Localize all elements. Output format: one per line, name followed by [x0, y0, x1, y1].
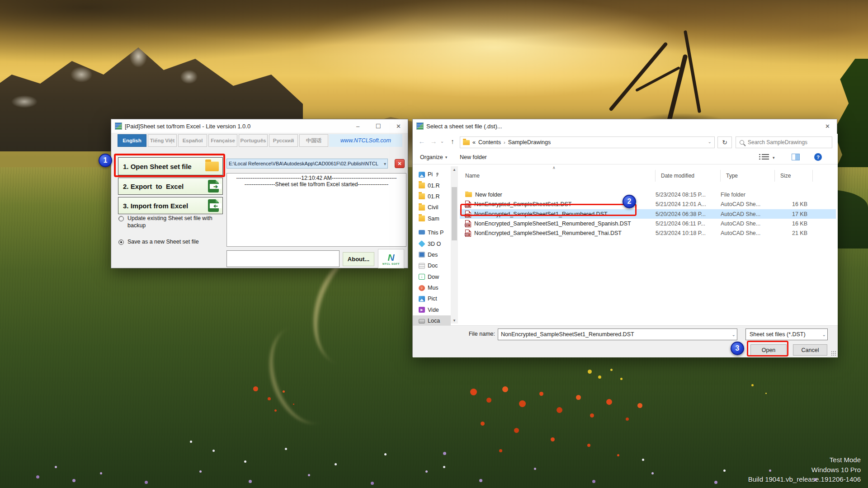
sidebar-item-folder[interactable]: Civil — [413, 202, 451, 213]
column-header-name[interactable]: Name — [460, 170, 656, 182]
pictures-icon — [419, 172, 425, 178]
breadcrumb-contents[interactable]: Contents — [478, 139, 501, 145]
sidebar-scrollbar[interactable]: ▲ ▼ — [451, 166, 458, 324]
file-type-combobox[interactable]: Sheet set files (*.DST) ⌄ — [745, 328, 828, 340]
file-size: 16 KB — [775, 201, 807, 207]
sidebar-item-label: Civil — [428, 204, 439, 211]
maximize-button[interactable]: ☐ — [368, 119, 388, 133]
column-header-size[interactable]: Size — [775, 170, 813, 182]
breadcrumb-prefix: « — [472, 139, 476, 145]
language-button-spanish[interactable]: Español — [178, 134, 207, 147]
open-button[interactable]: Open — [750, 344, 787, 356]
close-button[interactable]: ✕ — [388, 119, 409, 133]
scroll-up-icon[interactable]: ▲ — [451, 166, 458, 173]
message-textbox[interactable] — [226, 250, 340, 267]
history-chevron-icon[interactable]: ⌄ — [439, 136, 445, 146]
website-link[interactable]: www.NTCLSoft.com — [340, 137, 391, 144]
language-button-english[interactable]: English — [118, 134, 146, 147]
search-box[interactable] — [736, 136, 832, 148]
navigation-bar: ← → ⌄ ↑ « Contents › SampleDrawings ⌄ ↻ — [413, 134, 838, 150]
ntcl-soft-logo: N NTCL SOFT — [378, 249, 404, 268]
wallpaper-purple-flowers — [443, 452, 446, 455]
clear-path-button[interactable]: ✕ — [395, 159, 405, 168]
back-icon[interactable]: ← — [416, 136, 427, 146]
file-row-dst[interactable]: NonEncrypted_SampleSheetSet1_Renumbered_… — [460, 228, 836, 238]
forward-icon[interactable]: → — [428, 136, 439, 146]
sidebar-item-pictures[interactable]: Pict — [413, 293, 451, 304]
organize-menu[interactable]: Organize ▾ — [416, 150, 451, 164]
sidebar-item-this-pc[interactable]: This P — [413, 227, 451, 238]
annotation-step-1: 1 — [99, 154, 112, 167]
file-row-dst[interactable]: NonEncrypted_SampleSheetSet1_Renumbered_… — [460, 219, 836, 228]
about-button[interactable]: About... — [343, 252, 374, 266]
sidebar-item-label: This P — [428, 230, 443, 236]
sidebar-item-label: Des — [428, 252, 438, 258]
address-bar[interactable]: « Contents › SampleDrawings ⌄ — [460, 136, 715, 148]
dialog-titlebar[interactable]: Select a sheet set file (.dst)... — [413, 119, 837, 133]
file-row-dst[interactable]: NonEncrypted_SampleSheetSet1.DST 5/21/20… — [460, 199, 836, 209]
radio-update-existing[interactable]: Update existing Sheet set file with back… — [118, 215, 225, 229]
sidebar-item-local-disk[interactable]: Loca — [413, 315, 451, 326]
file-row-dst-selected[interactable]: NonEncrypted_SampleSheetSet1_Renumbered.… — [460, 209, 836, 219]
file-name-input[interactable] — [498, 331, 737, 338]
sidebar-item-pictures-pinned[interactable]: Pi — [413, 169, 451, 180]
resize-grip[interactable] — [831, 351, 836, 356]
arrow-right-icon — [210, 184, 222, 189]
logo-mark: N — [387, 253, 394, 262]
cancel-button[interactable]: Cancel — [793, 344, 827, 356]
arrow-left-icon — [210, 203, 222, 208]
sidebar-item-videos[interactable]: Vide — [413, 305, 451, 315]
file-name-combobox[interactable]: ⌄ — [498, 328, 737, 340]
open-sheet-set-button[interactable]: 1. Open Sheet set file — [118, 157, 223, 175]
minimize-button[interactable]: – — [348, 119, 368, 133]
scrollbar-thumb[interactable] — [452, 187, 457, 240]
views-chevron-icon[interactable]: ▾ — [773, 155, 775, 160]
import-from-excel-button[interactable]: 3. Import from Excel — [118, 197, 223, 214]
language-button-russian[interactable]: Русский — [269, 134, 298, 147]
website-area: www.NTCLSoft.com — [329, 134, 402, 147]
column-header-date[interactable]: Date modified — [656, 170, 721, 182]
sidebar-item-label: Vide — [428, 307, 439, 313]
sidebar-item-downloads[interactable]: Dow — [413, 272, 451, 282]
export-to-excel-button[interactable]: 2. Export to Excel — [118, 178, 223, 195]
sidebar-item-desktop[interactable]: Des — [413, 249, 451, 260]
language-button-french[interactable]: Française — [208, 134, 237, 147]
search-input[interactable] — [748, 139, 828, 145]
scroll-down-icon[interactable]: ▼ — [451, 317, 458, 324]
wallpaper-white-flowers — [190, 441, 192, 443]
file-row-new-folder[interactable]: New folder 5/23/2024 08:15 P... File fol… — [460, 190, 836, 199]
radio-save-new[interactable]: Save as a new Sheet set file — [118, 239, 225, 246]
dialog-close-button[interactable]: ✕ — [817, 119, 838, 133]
dialog-body: Pi 01.R 01.R Civil Sam — [413, 164, 838, 325]
column-header-type[interactable]: Type — [721, 170, 775, 182]
sidebar-item-folder[interactable]: Sam — [413, 213, 451, 224]
sidebar-item-label: Sam — [428, 216, 439, 222]
preview-pane-icon[interactable] — [792, 154, 800, 160]
up-icon[interactable]: ↑ — [447, 136, 458, 146]
sidebar-item-folder[interactable]: 01.R — [413, 191, 451, 202]
search-icon — [740, 140, 744, 145]
breadcrumb-sampledrawings[interactable]: SampleDrawings — [508, 139, 551, 145]
help-icon[interactable]: ? — [814, 153, 822, 161]
sidebar-item-3d-objects[interactable]: 3D O — [413, 238, 451, 249]
sidebar-item-documents[interactable]: Doc — [413, 260, 451, 271]
chevron-down-icon: ⌄ — [732, 332, 736, 337]
import-label: 3. Import from Excel — [123, 202, 188, 210]
refresh-button[interactable]: ↻ — [717, 136, 732, 148]
new-folder-button[interactable]: New folder — [456, 150, 491, 164]
language-button-vietnamese[interactable]: Tiếng Việt — [148, 134, 177, 147]
file-date: 5/21/2024 06:11 P... — [656, 221, 721, 227]
navigation-pane: Pi 01.R 01.R Civil Sam — [413, 169, 451, 326]
dst-file-icon — [465, 220, 471, 227]
sidebar-item-music[interactable]: Mus — [413, 282, 451, 293]
desktop: Test Mode Windows 10 Pro Build 19041.vb_… — [0, 0, 868, 488]
sheet-set-path-combobox[interactable]: E:\Local Reference\VBA\AutodeskApp\CAD00… — [226, 159, 388, 169]
change-view-icon[interactable] — [762, 154, 769, 160]
downloads-icon — [419, 274, 425, 280]
language-button-chinese[interactable]: 中国话 — [299, 134, 328, 147]
file-type: AutoCAD She... — [721, 230, 775, 236]
language-button-portuguese[interactable]: Português — [239, 134, 268, 147]
import-icon — [208, 199, 219, 212]
chevron-down-icon[interactable]: ⌄ — [708, 139, 712, 144]
sidebar-item-folder[interactable]: 01.R — [413, 180, 451, 191]
